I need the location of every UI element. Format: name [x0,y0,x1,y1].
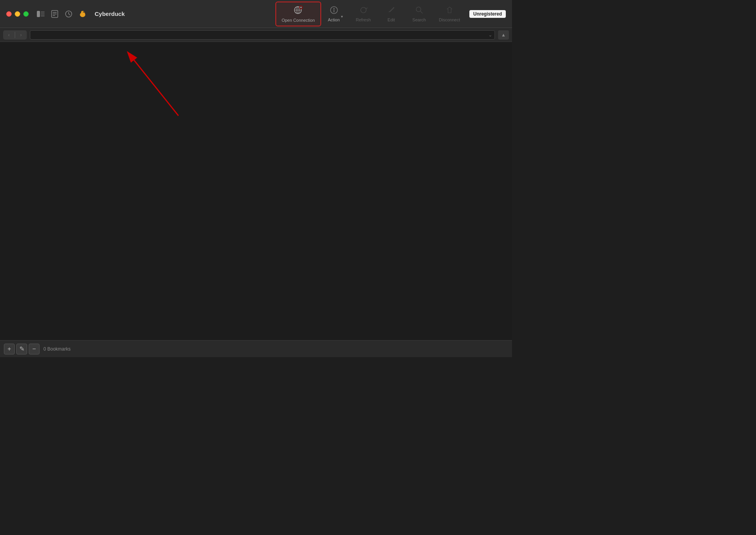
app-window: Cyberduck Open Connection [0,0,512,357]
svg-marker-28 [447,7,452,13]
refresh-icon [359,6,368,16]
traffic-lights [6,11,29,17]
toolbar: Open Connection Action ▾ [275,2,465,26]
main-content-area [0,42,512,340]
action-btn-content: Action [328,6,340,22]
remove-icon: − [32,346,36,353]
svg-rect-2 [41,14,45,14]
unregistered-badge[interactable]: Unregistered [469,10,506,18]
window-title: Cyberduck [95,10,125,17]
path-up-button[interactable]: ▲ [498,30,509,40]
path-up-icon: ▲ [501,32,506,38]
svg-rect-3 [41,16,45,16]
annotation-arrow [101,46,225,131]
close-button[interactable] [6,11,12,17]
sidebar-toggle-icon[interactable] [36,10,45,18]
add-bookmark-button[interactable]: + [4,344,15,354]
minimize-button[interactable] [15,11,20,17]
action-dropdown-arrow: ▾ [341,14,343,19]
svg-point-13 [83,11,84,12]
disconnect-icon [445,6,454,16]
svg-point-22 [333,8,334,9]
edit-label: Edit [388,17,395,22]
back-icon: ‹ [8,32,10,38]
svg-line-27 [420,11,422,13]
duck-icon[interactable] [78,10,87,18]
open-connection-button[interactable]: Open Connection [275,2,321,26]
svg-point-23 [333,9,334,10]
remove-bookmark-button[interactable]: − [29,344,40,354]
action-icon [330,6,338,16]
titlebar: Cyberduck Open Connection [0,0,512,28]
path-bar-dropdown-icon: ⌄ [488,32,492,38]
edit-bookmark-icon: ✎ [19,345,24,353]
nav-arrows: ‹ › [3,30,27,40]
svg-line-30 [132,57,178,116]
titlebar-icons [36,10,87,18]
edit-icon [387,6,396,16]
disconnect-label: Disconnect [439,17,460,22]
maximize-button[interactable] [23,11,29,17]
search-icon [415,6,424,16]
forward-button[interactable]: › [15,30,27,40]
svg-point-26 [416,7,421,12]
path-bar[interactable]: ⌄ [30,30,495,40]
action-label: Action [328,17,340,22]
action-button[interactable]: Action ▾ [322,2,349,26]
edit-bookmark-button[interactable]: ✎ [16,344,27,354]
back-button[interactable]: ‹ [3,30,15,40]
svg-rect-0 [37,11,40,17]
svg-point-12 [81,11,84,14]
svg-point-24 [333,11,334,12]
navbar: ‹ › ⌄ ▲ [0,28,512,42]
open-connection-label: Open Connection [282,18,315,23]
svg-line-10 [69,14,70,15]
forward-icon: › [20,32,22,38]
search-button[interactable]: Search [406,2,433,26]
svg-rect-1 [41,12,45,12]
refresh-label: Refresh [356,17,371,22]
disconnect-button[interactable]: Disconnect [434,2,465,26]
add-icon: + [7,346,11,353]
refresh-button[interactable]: Refresh [350,2,377,26]
edit-button[interactable]: Edit [378,2,405,26]
bookmarks-icon[interactable] [50,10,59,18]
history-icon[interactable] [64,10,73,18]
search-label: Search [412,17,426,22]
open-connection-icon [293,5,303,16]
bookmarks-count-label: 0 Bookmarks [43,346,71,352]
bottombar: + ✎ − 0 Bookmarks [0,340,512,357]
